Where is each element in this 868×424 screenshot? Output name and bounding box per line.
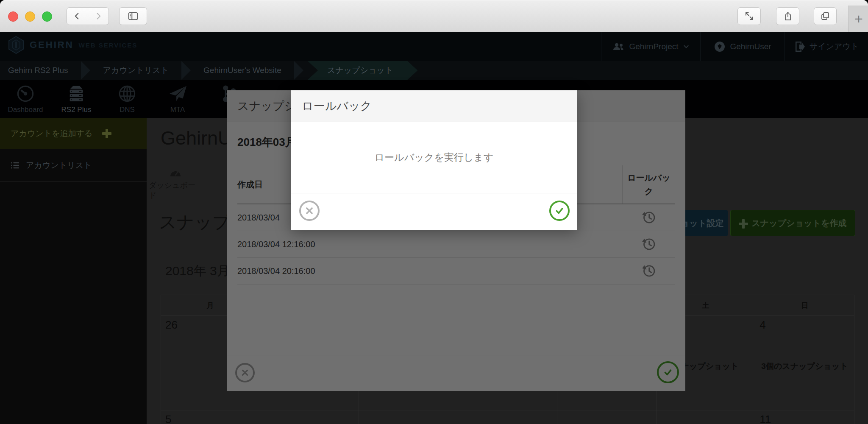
share-button[interactable] <box>776 7 799 25</box>
sidebar-icon <box>128 11 139 22</box>
date-number: 26 <box>165 318 178 332</box>
add-account-button[interactable]: アカウントを追加する <box>0 118 147 149</box>
rollback-confirm-modal: ロールバック ロールバックを実行します <box>291 90 577 230</box>
date-number: 4 <box>760 318 765 332</box>
new-tab-button[interactable]: + <box>849 6 868 32</box>
expand-arrows-icon <box>744 11 754 21</box>
history-nav-group <box>67 7 109 25</box>
breadcrumb-arrow-icon <box>181 61 191 80</box>
close-icon <box>305 206 314 215</box>
back-button[interactable] <box>67 8 88 25</box>
modal-message: ロールバックを実行します <box>291 122 577 193</box>
tabs-overview-icon <box>820 11 830 21</box>
calendar-cell[interactable]: 11 <box>755 410 854 424</box>
nav-label: MTA <box>170 106 185 114</box>
calendar-month-label: 2018年 3月 <box>165 262 230 280</box>
account-sidebar: アカウントを追加する アカウントリスト <box>0 118 147 424</box>
signout-button[interactable]: サインアウト <box>785 32 868 61</box>
breadcrumb-arrow-icon <box>81 61 90 80</box>
gehirn-logo[interactable]: GEHIRN WEB SERVICES <box>8 36 137 54</box>
nav-label: RS2 Plus <box>61 106 92 114</box>
calendar-cell[interactable] <box>557 410 657 424</box>
calendar-cell[interactable] <box>657 410 756 424</box>
browser-toolbar: + <box>0 0 868 32</box>
sidebar-toggle-button[interactable] <box>119 7 147 25</box>
server-icon <box>67 84 86 103</box>
user-menu[interactable]: GehirnUser <box>700 32 785 61</box>
calendar-cell[interactable]: 4 3個のスナップショット <box>755 316 854 410</box>
fullscreen-button[interactable] <box>737 7 761 25</box>
date-number: 5 <box>165 413 171 424</box>
nav-label: Dashboard <box>8 106 43 114</box>
logo-text-primary: GEHIRN <box>30 39 74 50</box>
confirm-rollback-button[interactable] <box>549 201 570 221</box>
breadcrumb: Gehirn RS2 Plus アカウントリスト GehirnUser's We… <box>0 61 868 80</box>
modal-header: ロールバック <box>291 90 577 122</box>
hexagon-logo-icon <box>8 36 25 54</box>
calendar-cell[interactable] <box>260 410 359 424</box>
breadcrumb-item-account-list[interactable]: アカウントリスト <box>92 61 180 80</box>
people-icon <box>612 42 625 52</box>
cancel-rollback-button[interactable] <box>299 201 320 221</box>
gauge-icon <box>16 84 35 103</box>
date-number: 11 <box>760 413 771 424</box>
signout-door-icon <box>794 41 805 53</box>
tab-dashboard[interactable]: ダッシュボード <box>149 169 202 201</box>
nav-label: DNS <box>120 106 135 114</box>
project-name: GehirnProject <box>629 42 678 51</box>
plus-icon <box>739 219 746 227</box>
breadcrumb-arrow-icon <box>294 61 303 80</box>
snapshot-count-label: 3個のスナップショット <box>755 361 854 372</box>
close-window-button[interactable] <box>8 11 18 22</box>
modal-footer <box>291 193 577 230</box>
weekday-header: 日 <box>755 295 854 316</box>
add-account-label: アカウントを追加する <box>11 128 93 139</box>
show-tabs-button[interactable] <box>814 7 837 25</box>
breadcrumb-item-rs2plus[interactable]: Gehirn RS2 Plus <box>0 61 79 80</box>
nav-item-dns[interactable]: DNS <box>102 84 153 114</box>
modal-title: ロールバック <box>302 98 372 114</box>
chevron-down-icon <box>683 43 690 50</box>
user-avatar-icon <box>714 41 726 53</box>
nav-item-dashboard[interactable]: Dashboard <box>0 84 51 114</box>
chevron-right-icon <box>94 11 103 21</box>
create-snapshot-button[interactable]: スナップショットを作成 <box>730 210 855 236</box>
gauge-icon <box>170 169 181 179</box>
plus-icon: + <box>854 11 863 27</box>
nav-item-rs2plus[interactable]: RS2 Plus <box>51 84 102 114</box>
tab-label: ダッシュボード <box>149 180 202 201</box>
paper-plane-icon <box>168 84 187 103</box>
plus-icon <box>102 129 111 138</box>
browser-window: + GEHIRN WEB SERVICES <box>0 0 868 424</box>
minimize-window-button[interactable] <box>25 11 35 22</box>
create-button-label: スナップショットを作成 <box>751 218 846 229</box>
calendar-cell[interactable] <box>359 410 458 424</box>
share-icon <box>783 11 793 21</box>
list-icon <box>10 160 20 170</box>
calendar-cell[interactable] <box>458 410 557 424</box>
logo-text-secondary: WEB SERVICES <box>79 42 138 49</box>
breadcrumb-item-snapshot[interactable]: スナップショット <box>308 61 418 80</box>
check-icon <box>554 205 565 216</box>
project-menu[interactable]: GehirnProject <box>601 32 700 61</box>
account-list-label: アカウントリスト <box>26 160 92 171</box>
site-header: GEHIRN WEB SERVICES GehirnProject <box>0 32 868 61</box>
signout-label: サインアウト <box>810 41 859 52</box>
globe-icon <box>117 84 137 103</box>
forward-button[interactable] <box>88 8 109 25</box>
zoom-window-button[interactable] <box>42 11 52 22</box>
user-name: GehirnUser <box>730 42 771 51</box>
chevron-left-icon <box>72 11 82 21</box>
nav-item-mta[interactable]: MTA <box>152 84 203 114</box>
breadcrumb-item-website[interactable]: GehirnUser's Website <box>192 61 292 80</box>
sidebar-item-account-list[interactable]: アカウントリスト <box>0 149 147 182</box>
calendar-cell[interactable]: 5 <box>161 410 260 424</box>
